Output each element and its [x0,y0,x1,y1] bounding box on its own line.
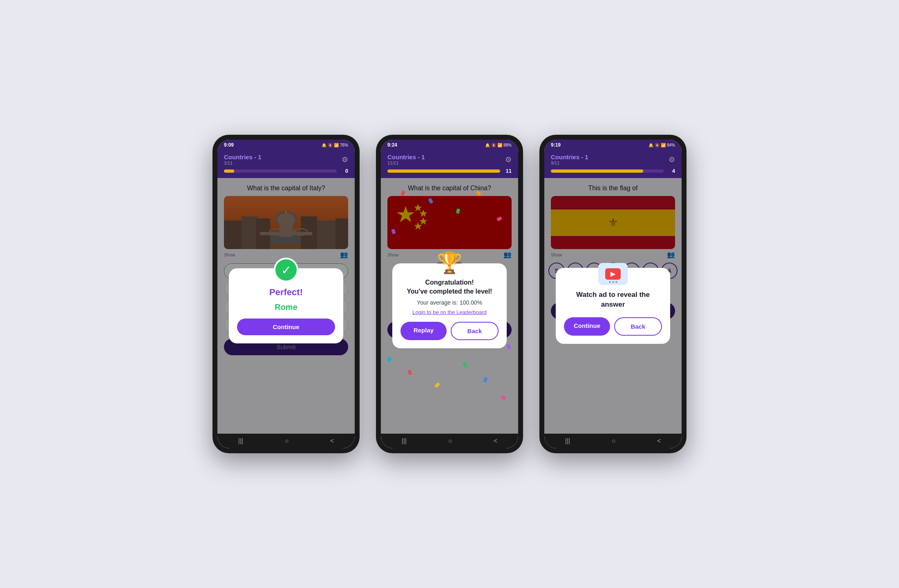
nav-home-2[interactable]: ○ [448,437,452,445]
continue-btn-1[interactable]: Continue [237,318,335,335]
progress-bar-1 [224,169,337,173]
modal-card-ad: ▶ Watch ad to reveal the answer Continue… [556,268,670,344]
modal-buttons: Replay Back [400,322,499,340]
status-icons-2: 🔔 🔇 📶 88% [485,143,512,147]
ad-back-btn[interactable]: Back [614,317,662,336]
score-1: 0 [340,168,348,174]
status-bar-2: 9:24 🔔 🔇 📶 88% [381,140,518,150]
phone-group: 9:09 🔔 🔇 📶 76% Countries - 1 1/11 ⚙ [212,135,687,453]
phone-3: 9:19 🔔 🔇 📶 84% Countries - 1 9/11 ⚙ [539,135,687,453]
ad-text: Watch ad to reveal the answer [564,290,662,310]
progress-bar-3 [551,169,664,173]
congrats-title: Congratulation! You've completed the lev… [400,278,499,296]
nav-home-1[interactable]: ○ [285,437,289,445]
phone-1: 9:09 🔔 🔇 📶 76% Countries - 1 1/11 ⚙ [212,135,360,453]
app-title-1: Countries - 1 [224,154,262,160]
app-content-3: This is the flag of ⚜ Show 👥 [544,178,682,434]
progress-fill-1 [224,169,234,173]
progress-label-2: 11/11 [387,160,425,165]
nav-recent-1[interactable]: ||| [238,437,243,445]
nav-recent-2[interactable]: ||| [402,437,407,445]
app-title-3: Countries - 1 [551,154,588,160]
status-bar-1: 9:09 🔔 🔇 📶 76% [217,140,355,150]
bottom-nav-3: ||| ○ < [544,434,682,448]
status-bar-3: 9:19 🔔 🔇 📶 84% [544,140,682,150]
modal-overlay-1: ✓ Perfect! Rome Continue [217,178,355,434]
replay-btn[interactable]: Replay [400,322,447,340]
ad-modal-buttons: Continue Back [564,317,662,336]
bottom-nav-2: ||| ○ < [381,434,518,448]
gear-icon-1[interactable]: ⚙ [342,155,348,164]
progress-label-3: 9/11 [551,160,588,165]
progress-fill-2 [387,169,500,173]
app-header-2: Countries - 1 11/11 ⚙ 11 [381,150,518,178]
progress-fill-3 [551,169,643,173]
app-title-2: Countries - 1 [387,154,425,160]
app-header-1: Countries - 1 1/11 ⚙ 0 [217,150,355,178]
nav-back-3[interactable]: < [657,437,661,445]
status-icons-1: 🔔 🔇 📶 76% [322,143,348,147]
back-btn-2[interactable]: Back [451,322,499,340]
nav-recent-3[interactable]: ||| [565,437,570,445]
app-header-3: Countries - 1 9/11 ⚙ 4 [544,150,682,178]
modal-overlay-2: 🏆 Congratulation! You've completed the l… [381,178,518,434]
gear-icon-2[interactable]: ⚙ [505,155,512,164]
bottom-nav-1: ||| ○ < [217,434,355,448]
modal-title-1: Perfect! [237,287,335,298]
login-link[interactable]: Login to be on the Leaderboard [400,309,499,315]
app-content-1: What is the capital of Italy? [217,178,355,434]
nav-back-1[interactable]: < [330,437,334,445]
status-time-3: 9:19 [551,142,561,148]
progress-bar-2 [387,169,500,173]
modal-answer-1: Rome [237,303,335,312]
gear-icon-3[interactable]: ⚙ [669,155,675,164]
modal-overlay-3: ▶ Watch ad to reveal the answer Continue… [544,178,682,434]
check-circle: ✓ [274,258,298,282]
nav-home-3[interactable]: ○ [612,437,616,445]
nav-back-2[interactable]: < [494,437,497,445]
status-time-2: 9:24 [387,142,397,148]
trophy-icon: 🏆 [400,251,499,275]
status-time-1: 9:09 [224,142,234,148]
score-2: 11 [503,168,512,174]
ad-continue-btn[interactable]: Continue [564,317,610,336]
modal-card-correct: ✓ Perfect! Rome Continue [229,268,343,343]
phone-2: 9:24 🔔 🔇 📶 88% Countries - 1 11/11 ⚙ [376,135,523,453]
modal-card-congrats: 🏆 Congratulation! You've completed the l… [392,263,507,349]
progress-label-1: 1/11 [224,160,262,165]
congrats-average: Your average is: 100.00% [400,299,499,306]
status-icons-3: 🔔 🔇 📶 84% [649,143,675,147]
app-content-2: What is the capital of China? [381,178,518,434]
video-ad-icon: ▶ [598,263,628,285]
score-3: 4 [667,168,675,174]
